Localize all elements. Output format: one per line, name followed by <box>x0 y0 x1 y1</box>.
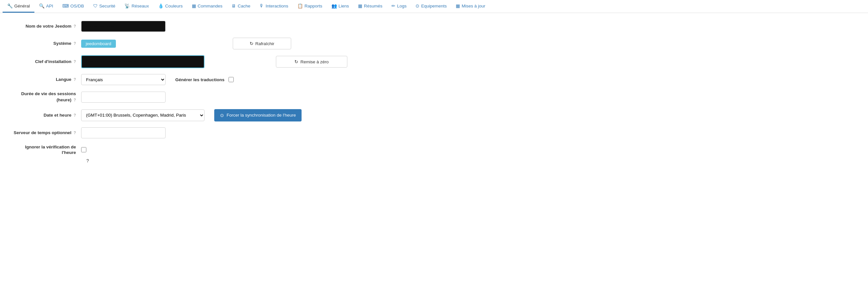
datetime-select[interactable]: (GMT+01:00) Brussels, Copenhagen, Madrid… <box>81 110 205 121</box>
tab-bar: 🔧 Général 🔍 API ⌨ OS/DB 🛡 Securité 📡 Rés… <box>0 0 868 13</box>
logs-icon: ✏ <box>392 3 395 8</box>
equipements-icon: ⊙ <box>415 3 420 8</box>
ignore-time-row: Ignorer la vérification de l'heure <box>10 144 858 156</box>
time-server-label: Serveur de temps optionnel ? <box>10 130 81 136</box>
tab-equipements[interactable]: ⊙ Equipements <box>411 0 451 13</box>
reset-icon: ↻ <box>294 59 298 64</box>
tab-securite[interactable]: 🛡 Securité <box>89 0 120 13</box>
tab-couleurs[interactable]: 💧 Couleurs <box>154 0 187 13</box>
jeedom-name-label: Nom de votre Jeedom ? <box>10 23 81 29</box>
tab-cache[interactable]: 🖥 Cache <box>227 0 255 13</box>
force-sync-button[interactable]: ⊙ Forcer la synchronisation de l'heure <box>214 109 302 121</box>
ignore-time-label: Ignorer la vérification de l'heure <box>10 144 81 156</box>
tab-logs[interactable]: ✏ Logs <box>387 0 411 13</box>
system-label: Système ? <box>10 40 81 47</box>
language-row: Langue ? Français English Deutsch Españo… <box>10 74 858 85</box>
jeedom-name-input[interactable] <box>81 21 165 32</box>
resumes-icon: ▦ <box>358 3 362 8</box>
wrench-icon: 🔧 <box>7 3 13 8</box>
system-help-icon[interactable]: ? <box>74 41 76 46</box>
tab-resumes[interactable]: ▦ Résumés <box>353 0 387 13</box>
datetime-row: Date et heure ? (GMT+01:00) Brussels, Co… <box>10 109 858 121</box>
jeedom-name-row: Nom de votre Jeedom ? <box>10 21 858 32</box>
generate-translations-checkbox[interactable] <box>228 77 234 82</box>
session-duration-row: Durée de vie des sessions (heure) ? 24 <box>10 91 858 103</box>
liens-icon: 👥 <box>332 3 337 8</box>
ignore-time-help-icon[interactable]: ? <box>86 158 89 163</box>
osdb-icon: ⌨ <box>62 3 69 8</box>
session-duration-label: Durée de vie des sessions (heure) ? <box>10 91 81 103</box>
tab-commandes[interactable]: ▦ Commandes <box>187 0 227 13</box>
tab-api[interactable]: 🔍 API <box>34 0 58 13</box>
time-server-input[interactable] <box>81 127 165 139</box>
datetime-help-icon[interactable]: ? <box>74 113 76 118</box>
updates-icon: ▦ <box>456 3 460 8</box>
tab-general[interactable]: 🔧 Général <box>3 0 34 13</box>
shield-icon: 🛡 <box>93 3 98 8</box>
rapports-icon: 📋 <box>297 3 303 8</box>
language-label: Langue ? <box>10 77 81 83</box>
cache-icon: 🖥 <box>231 3 236 8</box>
language-help-icon[interactable]: ? <box>74 77 76 82</box>
color-icon: 💧 <box>158 3 164 8</box>
tab-interactions[interactable]: 🎙 Interactions <box>255 0 293 13</box>
install-key-label: Clef d'installation ? <box>10 59 81 65</box>
datetime-label: Date et heure ? <box>10 112 81 118</box>
refresh-icon: ↻ <box>250 41 253 46</box>
tab-reseaux[interactable]: 📡 Réseaux <box>120 0 153 13</box>
tab-osdb[interactable]: ⌨ OS/DB <box>58 0 89 13</box>
install-key-help-icon[interactable]: ? <box>74 59 76 64</box>
interactions-icon: 🎙 <box>259 3 264 8</box>
time-server-row: Serveur de temps optionnel ? <box>10 127 858 139</box>
system-row: Système ? jeedomboard ↻ Rafraîchir <box>10 38 858 49</box>
session-duration-input[interactable]: 24 <box>81 92 165 103</box>
language-select[interactable]: Français English Deutsch Español <box>81 74 165 85</box>
reset-button[interactable]: ↻ Remise à zéro <box>276 56 347 67</box>
commands-icon: ▦ <box>192 3 196 8</box>
tab-mises-a-jour[interactable]: ▦ Mises à jour <box>451 0 490 13</box>
install-key-row: Clef d'installation ? ↻ Remise à zéro <box>10 55 858 68</box>
system-badge: jeedomboard <box>81 40 116 48</box>
install-key-input[interactable] <box>81 55 205 68</box>
api-icon: 🔍 <box>39 3 44 8</box>
generate-translations-label: Générer les traductions <box>175 77 225 82</box>
ignore-time-checkbox[interactable] <box>81 147 86 152</box>
jeedom-name-help-icon[interactable]: ? <box>74 24 76 29</box>
network-icon: 📡 <box>124 3 130 8</box>
time-server-help-icon[interactable]: ? <box>74 130 76 135</box>
clock-icon: ⊙ <box>220 113 224 118</box>
tab-liens[interactable]: 👥 Liens <box>327 0 353 13</box>
session-duration-help-icon[interactable]: ? <box>74 98 76 102</box>
refresh-button[interactable]: ↻ Rafraîchir <box>233 38 291 49</box>
tab-rapports[interactable]: 📋 Rapports <box>293 0 327 13</box>
main-content: Nom de votre Jeedom ? Système ? jeedombo… <box>0 13 868 171</box>
